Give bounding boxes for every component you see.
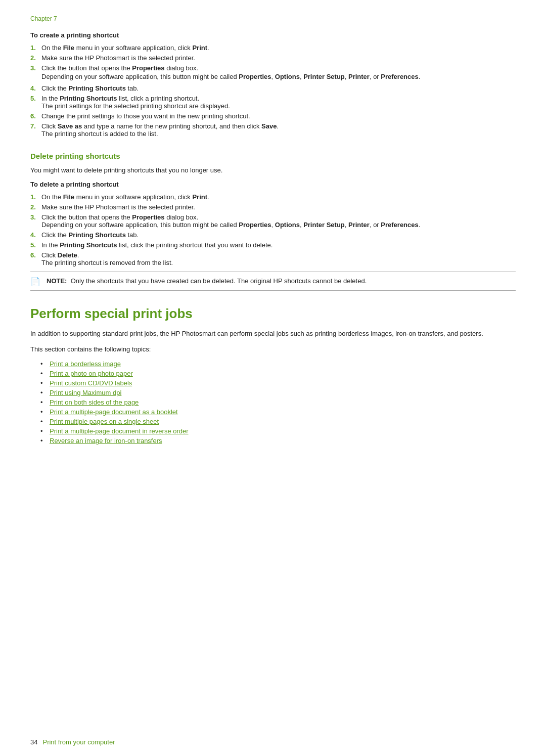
list-item: • Print a borderless image bbox=[40, 360, 516, 368]
bullet-icon: • bbox=[40, 427, 48, 435]
link-cd-dvd[interactable]: Print custom CD/DVD labels bbox=[50, 379, 132, 387]
page-number: 34 bbox=[30, 738, 37, 746]
chapter-label: Chapter 7 bbox=[30, 15, 516, 22]
del-step-4-content: Click the Printing Shortcuts tab. bbox=[41, 231, 516, 239]
create-shortcut-steps: 1. On the File menu in your software app… bbox=[30, 44, 516, 138]
link-both-sides[interactable]: Print on both sides of the page bbox=[50, 398, 139, 406]
del-step-4-num: 4. bbox=[30, 231, 41, 239]
del-step-3-content: Click the button that opens the Properti… bbox=[41, 213, 516, 229]
del-step-5: 5. In the Printing Shortcuts list, click… bbox=[30, 241, 516, 249]
list-item: • Print using Maximum dpi bbox=[40, 389, 516, 396]
list-item: • Print custom CD/DVD labels bbox=[40, 379, 516, 387]
bullet-icon: • bbox=[40, 389, 48, 396]
list-item: • Reverse an image for iron-on transfers bbox=[40, 437, 516, 444]
step-1: 1. On the File menu in your software app… bbox=[30, 44, 516, 52]
del-step-5-num: 5. bbox=[30, 241, 41, 249]
step-1-content: On the File menu in your software applic… bbox=[41, 44, 516, 52]
del-step-4: 4. Click the Printing Shortcuts tab. bbox=[30, 231, 516, 239]
delete-shortcut-steps: 1. On the File menu in your software app… bbox=[30, 193, 516, 266]
step-4: 4. Click the Printing Shortcuts tab. bbox=[30, 84, 516, 92]
del-step-6: 6. Click Delete. The printing shortcut i… bbox=[30, 251, 516, 266]
del-step-5-content: In the Printing Shortcuts list, click th… bbox=[41, 241, 516, 249]
perform-intro1: In addition to supporting standard print… bbox=[30, 329, 516, 339]
perform-intro2: This section contains the following topi… bbox=[30, 344, 516, 355]
step-6-content: Change the print settings to those you w… bbox=[41, 112, 516, 120]
step-2-content: Make sure the HP Photosmart is the selec… bbox=[41, 54, 516, 62]
step-5: 5. In the Printing Shortcuts list, click… bbox=[30, 95, 516, 110]
step-5-content: In the Printing Shortcuts list, click a … bbox=[41, 95, 516, 110]
footer-text: Print from your computer bbox=[42, 738, 115, 746]
list-item: • Print a multiple-page document in reve… bbox=[40, 427, 516, 435]
perform-links-list: • Print a borderless image • Print a pho… bbox=[40, 360, 516, 444]
del-step-6-content: Click Delete. The printing shortcut is r… bbox=[41, 251, 516, 266]
link-borderless[interactable]: Print a borderless image bbox=[50, 360, 121, 368]
link-max-dpi[interactable]: Print using Maximum dpi bbox=[50, 389, 121, 396]
del-step-1-num: 1. bbox=[30, 193, 41, 201]
delete-shortcuts-intro: You might want to delete printing shortc… bbox=[30, 165, 516, 176]
del-step-3: 3. Click the button that opens the Prope… bbox=[30, 213, 516, 229]
create-shortcut-heading: To create a printing shortcut bbox=[30, 31, 516, 39]
link-reverse-order[interactable]: Print a multiple-page document in revers… bbox=[50, 427, 189, 435]
step-5-num: 5. bbox=[30, 95, 41, 102]
del-step-6-num: 6. bbox=[30, 251, 41, 259]
del-step-3-num: 3. bbox=[30, 213, 41, 221]
note-box: 📄 NOTE: Only the shortcuts that you have… bbox=[30, 272, 516, 291]
list-item: • Print multiple pages on a single sheet bbox=[40, 418, 516, 425]
step-3-content: Click the button that opens the Properti… bbox=[41, 64, 516, 82]
step-1-num: 1. bbox=[30, 44, 41, 52]
note-label: NOTE: bbox=[47, 277, 67, 285]
link-booklet[interactable]: Print a multiple-page document as a book… bbox=[50, 408, 178, 416]
step-3-num: 3. bbox=[30, 64, 41, 72]
del-step-1: 1. On the File menu in your software app… bbox=[30, 193, 516, 201]
step-4-num: 4. bbox=[30, 84, 41, 92]
step-2: 2. Make sure the HP Photosmart is the se… bbox=[30, 54, 516, 62]
bullet-icon: • bbox=[40, 408, 48, 416]
note-text: NOTE: Only the shortcuts that you have c… bbox=[47, 276, 367, 286]
step-2-num: 2. bbox=[30, 54, 41, 62]
page-footer: 34 Print from your computer bbox=[30, 738, 516, 746]
bullet-icon: • bbox=[40, 437, 48, 444]
step-6: 6. Change the print settings to those yo… bbox=[30, 112, 516, 120]
step-4-content: Click the Printing Shortcuts tab. bbox=[41, 84, 516, 92]
step-7-num: 7. bbox=[30, 122, 41, 130]
list-item: • Print a photo on photo paper bbox=[40, 370, 516, 377]
link-iron-on[interactable]: Reverse an image for iron-on transfers bbox=[50, 437, 162, 444]
link-single-sheet[interactable]: Print multiple pages on a single sheet bbox=[50, 418, 159, 425]
bullet-icon: • bbox=[40, 398, 48, 406]
step-3: 3. Click the button that opens the Prope… bbox=[30, 64, 516, 82]
step-7-content: Click Save as and type a name for the ne… bbox=[41, 122, 516, 138]
delete-shortcut-subheading: To delete a printing shortcut bbox=[30, 181, 516, 188]
del-step-1-content: On the File menu in your software applic… bbox=[41, 193, 516, 201]
del-step-2-content: Make sure the HP Photosmart is the selec… bbox=[41, 203, 516, 211]
delete-shortcuts-heading: Delete printing shortcuts bbox=[30, 152, 516, 160]
bullet-icon: • bbox=[40, 360, 48, 368]
step-7: 7. Click Save as and type a name for the… bbox=[30, 122, 516, 138]
del-step-2: 2. Make sure the HP Photosmart is the se… bbox=[30, 203, 516, 211]
step-6-num: 6. bbox=[30, 112, 41, 120]
del-step-2-num: 2. bbox=[30, 203, 41, 211]
bullet-icon: • bbox=[40, 370, 48, 377]
list-item: • Print a multiple-page document as a bo… bbox=[40, 408, 516, 416]
note-icon: 📄 bbox=[30, 277, 42, 286]
perform-heading: Perform special print jobs bbox=[30, 306, 516, 322]
bullet-icon: • bbox=[40, 418, 48, 425]
list-item: • Print on both sides of the page bbox=[40, 398, 516, 406]
link-photo-paper[interactable]: Print a photo on photo paper bbox=[50, 370, 133, 377]
bullet-icon: • bbox=[40, 379, 48, 387]
